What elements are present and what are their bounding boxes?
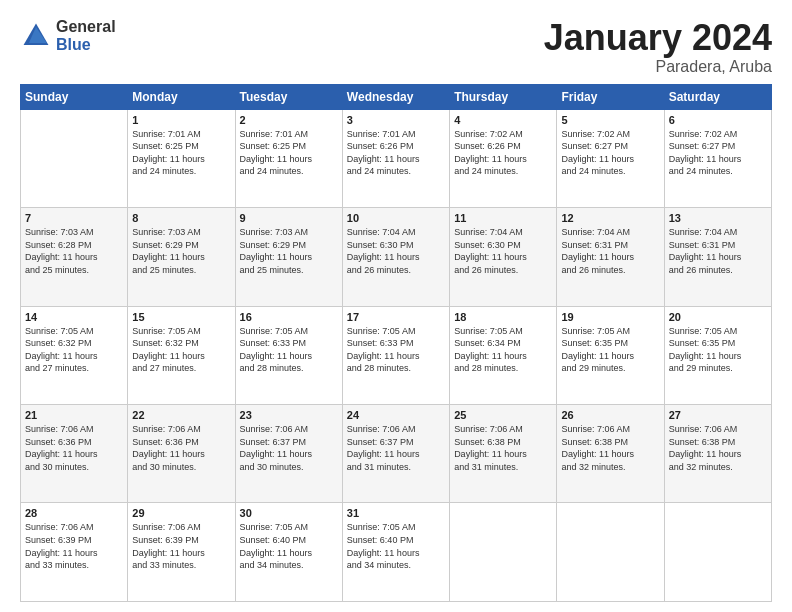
day-info: Sunrise: 7:05 AM Sunset: 6:32 PM Dayligh… — [25, 325, 123, 375]
table-row: 11Sunrise: 7:04 AM Sunset: 6:30 PM Dayli… — [450, 208, 557, 306]
table-row: 1Sunrise: 7:01 AM Sunset: 6:25 PM Daylig… — [128, 109, 235, 207]
day-info: Sunrise: 7:05 AM Sunset: 6:34 PM Dayligh… — [454, 325, 552, 375]
table-row: 23Sunrise: 7:06 AM Sunset: 6:37 PM Dayli… — [235, 405, 342, 503]
table-row: 31Sunrise: 7:05 AM Sunset: 6:40 PM Dayli… — [342, 503, 449, 602]
calendar-location: Paradera, Aruba — [544, 58, 772, 76]
day-info: Sunrise: 7:04 AM Sunset: 6:31 PM Dayligh… — [561, 226, 659, 276]
day-info: Sunrise: 7:06 AM Sunset: 6:37 PM Dayligh… — [240, 423, 338, 473]
calendar-week-row: 14Sunrise: 7:05 AM Sunset: 6:32 PM Dayli… — [21, 306, 772, 404]
table-row: 18Sunrise: 7:05 AM Sunset: 6:34 PM Dayli… — [450, 306, 557, 404]
day-info: Sunrise: 7:05 AM Sunset: 6:35 PM Dayligh… — [561, 325, 659, 375]
table-row: 26Sunrise: 7:06 AM Sunset: 6:38 PM Dayli… — [557, 405, 664, 503]
table-row: 27Sunrise: 7:06 AM Sunset: 6:38 PM Dayli… — [664, 405, 771, 503]
table-row — [450, 503, 557, 602]
table-row: 29Sunrise: 7:06 AM Sunset: 6:39 PM Dayli… — [128, 503, 235, 602]
day-number: 16 — [240, 311, 338, 323]
logo-blue-text: Blue — [56, 36, 116, 54]
table-row: 21Sunrise: 7:06 AM Sunset: 6:36 PM Dayli… — [21, 405, 128, 503]
day-number: 25 — [454, 409, 552, 421]
calendar-week-row: 7Sunrise: 7:03 AM Sunset: 6:28 PM Daylig… — [21, 208, 772, 306]
day-info: Sunrise: 7:03 AM Sunset: 6:29 PM Dayligh… — [132, 226, 230, 276]
table-row — [557, 503, 664, 602]
day-info: Sunrise: 7:06 AM Sunset: 6:38 PM Dayligh… — [669, 423, 767, 473]
day-number: 2 — [240, 114, 338, 126]
calendar-week-row: 28Sunrise: 7:06 AM Sunset: 6:39 PM Dayli… — [21, 503, 772, 602]
day-number: 5 — [561, 114, 659, 126]
logo-general-text: General — [56, 18, 116, 36]
table-row: 2Sunrise: 7:01 AM Sunset: 6:25 PM Daylig… — [235, 109, 342, 207]
title-block: January 2024 Paradera, Aruba — [544, 18, 772, 76]
logo-icon — [20, 20, 52, 52]
day-info: Sunrise: 7:05 AM Sunset: 6:40 PM Dayligh… — [240, 521, 338, 571]
day-info: Sunrise: 7:06 AM Sunset: 6:39 PM Dayligh… — [25, 521, 123, 571]
day-number: 6 — [669, 114, 767, 126]
calendar-header-row: Sunday Monday Tuesday Wednesday Thursday… — [21, 84, 772, 109]
day-number: 14 — [25, 311, 123, 323]
calendar-week-row: 1Sunrise: 7:01 AM Sunset: 6:25 PM Daylig… — [21, 109, 772, 207]
table-row: 20Sunrise: 7:05 AM Sunset: 6:35 PM Dayli… — [664, 306, 771, 404]
day-number: 24 — [347, 409, 445, 421]
table-row: 14Sunrise: 7:05 AM Sunset: 6:32 PM Dayli… — [21, 306, 128, 404]
logo-text: General Blue — [56, 18, 116, 53]
day-info: Sunrise: 7:05 AM Sunset: 6:32 PM Dayligh… — [132, 325, 230, 375]
day-number: 11 — [454, 212, 552, 224]
col-sunday: Sunday — [21, 84, 128, 109]
day-info: Sunrise: 7:06 AM Sunset: 6:36 PM Dayligh… — [132, 423, 230, 473]
day-number: 21 — [25, 409, 123, 421]
day-number: 12 — [561, 212, 659, 224]
day-number: 23 — [240, 409, 338, 421]
table-row: 13Sunrise: 7:04 AM Sunset: 6:31 PM Dayli… — [664, 208, 771, 306]
calendar-week-row: 21Sunrise: 7:06 AM Sunset: 6:36 PM Dayli… — [21, 405, 772, 503]
table-row: 6Sunrise: 7:02 AM Sunset: 6:27 PM Daylig… — [664, 109, 771, 207]
table-row: 22Sunrise: 7:06 AM Sunset: 6:36 PM Dayli… — [128, 405, 235, 503]
day-number: 29 — [132, 507, 230, 519]
day-info: Sunrise: 7:05 AM Sunset: 6:33 PM Dayligh… — [347, 325, 445, 375]
day-number: 10 — [347, 212, 445, 224]
calendar-title: January 2024 — [544, 18, 772, 58]
day-number: 26 — [561, 409, 659, 421]
table-row: 19Sunrise: 7:05 AM Sunset: 6:35 PM Dayli… — [557, 306, 664, 404]
day-number: 18 — [454, 311, 552, 323]
col-saturday: Saturday — [664, 84, 771, 109]
table-row: 9Sunrise: 7:03 AM Sunset: 6:29 PM Daylig… — [235, 208, 342, 306]
day-number: 28 — [25, 507, 123, 519]
col-monday: Monday — [128, 84, 235, 109]
day-number: 20 — [669, 311, 767, 323]
day-number: 4 — [454, 114, 552, 126]
day-info: Sunrise: 7:04 AM Sunset: 6:30 PM Dayligh… — [347, 226, 445, 276]
col-wednesday: Wednesday — [342, 84, 449, 109]
table-row: 8Sunrise: 7:03 AM Sunset: 6:29 PM Daylig… — [128, 208, 235, 306]
day-info: Sunrise: 7:05 AM Sunset: 6:33 PM Dayligh… — [240, 325, 338, 375]
day-info: Sunrise: 7:05 AM Sunset: 6:40 PM Dayligh… — [347, 521, 445, 571]
day-info: Sunrise: 7:04 AM Sunset: 6:30 PM Dayligh… — [454, 226, 552, 276]
day-number: 22 — [132, 409, 230, 421]
table-row: 5Sunrise: 7:02 AM Sunset: 6:27 PM Daylig… — [557, 109, 664, 207]
day-info: Sunrise: 7:03 AM Sunset: 6:29 PM Dayligh… — [240, 226, 338, 276]
col-thursday: Thursday — [450, 84, 557, 109]
table-row: 28Sunrise: 7:06 AM Sunset: 6:39 PM Dayli… — [21, 503, 128, 602]
table-row — [21, 109, 128, 207]
day-info: Sunrise: 7:06 AM Sunset: 6:38 PM Dayligh… — [561, 423, 659, 473]
day-info: Sunrise: 7:02 AM Sunset: 6:27 PM Dayligh… — [561, 128, 659, 178]
table-row: 4Sunrise: 7:02 AM Sunset: 6:26 PM Daylig… — [450, 109, 557, 207]
day-number: 13 — [669, 212, 767, 224]
day-info: Sunrise: 7:05 AM Sunset: 6:35 PM Dayligh… — [669, 325, 767, 375]
day-number: 8 — [132, 212, 230, 224]
day-number: 9 — [240, 212, 338, 224]
calendar-page: General Blue January 2024 Paradera, Arub… — [0, 0, 792, 612]
day-number: 30 — [240, 507, 338, 519]
day-info: Sunrise: 7:06 AM Sunset: 6:39 PM Dayligh… — [132, 521, 230, 571]
day-number: 31 — [347, 507, 445, 519]
calendar-table: Sunday Monday Tuesday Wednesday Thursday… — [20, 84, 772, 602]
day-number: 7 — [25, 212, 123, 224]
day-number: 19 — [561, 311, 659, 323]
table-row: 15Sunrise: 7:05 AM Sunset: 6:32 PM Dayli… — [128, 306, 235, 404]
day-info: Sunrise: 7:02 AM Sunset: 6:27 PM Dayligh… — [669, 128, 767, 178]
day-info: Sunrise: 7:03 AM Sunset: 6:28 PM Dayligh… — [25, 226, 123, 276]
table-row: 17Sunrise: 7:05 AM Sunset: 6:33 PM Dayli… — [342, 306, 449, 404]
day-info: Sunrise: 7:04 AM Sunset: 6:31 PM Dayligh… — [669, 226, 767, 276]
table-row: 25Sunrise: 7:06 AM Sunset: 6:38 PM Dayli… — [450, 405, 557, 503]
logo: General Blue — [20, 18, 116, 53]
table-row: 30Sunrise: 7:05 AM Sunset: 6:40 PM Dayli… — [235, 503, 342, 602]
day-number: 27 — [669, 409, 767, 421]
